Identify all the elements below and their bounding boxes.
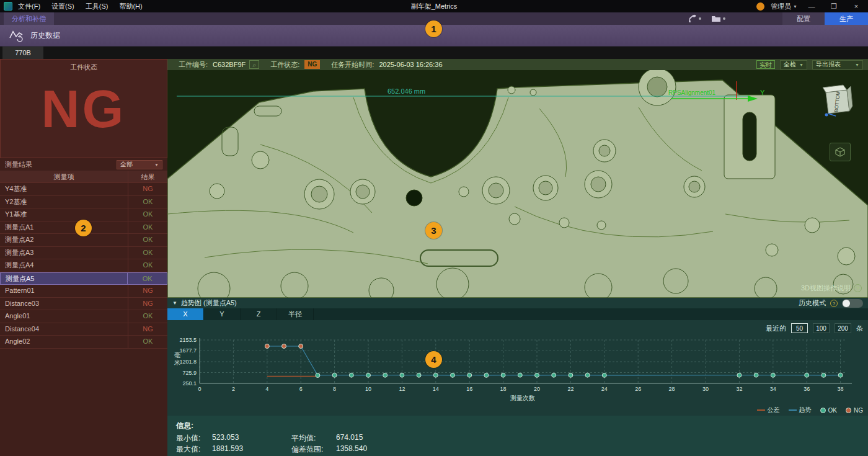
- filter-dropdown[interactable]: 全部 ▼: [117, 160, 162, 169]
- row-name: Y4基准: [0, 183, 128, 195]
- svg-text:36: 36: [804, 386, 810, 392]
- min-label: 最小值:: [176, 433, 200, 444]
- title-bar: 文件(F)设置(S)工具(S)帮助(H) 副车架_Metrics 管理员 ▼ —…: [0, 0, 868, 12]
- section-view-button[interactable]: [830, 143, 851, 161]
- svg-text:2153.5: 2153.5: [179, 337, 197, 343]
- table-row[interactable]: Angle01OK: [0, 310, 167, 323]
- inspect-mode-dropdown[interactable]: 全检 ▼: [780, 60, 807, 69]
- row-result: NG: [128, 183, 167, 195]
- trend-tab-半径[interactable]: 半径: [277, 308, 314, 320]
- status-badge: NG: [304, 60, 320, 69]
- svg-text:14: 14: [433, 386, 439, 392]
- viewport-help[interactable]: 3D视图操作说明 ?: [801, 284, 862, 293]
- trend-tab-Z[interactable]: Z: [241, 308, 277, 320]
- svg-text:米: 米: [174, 359, 180, 366]
- cad-viewport[interactable]: 652.046 mm RPSAlignment01 Y BOTTOM: [167, 70, 868, 298]
- user-avatar[interactable]: [756, 2, 764, 11]
- row-result: OK: [128, 221, 167, 234]
- mean-label: 平均值:: [291, 433, 316, 444]
- maximize-button[interactable]: ❒: [826, 2, 842, 11]
- annotation-badge-4: 4: [425, 351, 442, 368]
- trend-tab-Y[interactable]: Y: [204, 308, 241, 320]
- table-row[interactable]: 测量点A5OK: [0, 272, 167, 285]
- svg-text:测量次数: 测量次数: [510, 395, 535, 401]
- table-row[interactable]: Angle02OK: [0, 336, 167, 349]
- svg-text:28: 28: [669, 386, 675, 392]
- row-name: 测量点A3: [0, 247, 128, 259]
- svg-text:0: 0: [198, 386, 201, 392]
- export-report-dropdown[interactable]: 导出报表 ▼: [812, 60, 863, 69]
- max-label: 最大值:: [176, 444, 200, 455]
- recent-label: 最近的: [766, 324, 786, 333]
- legend-item-NG: NG: [846, 407, 863, 414]
- measurement-rows: Y4基准NGY2基准OKY1基准OK测量点A1OK测量点A2OK测量点A3OK测…: [0, 183, 167, 349]
- table-row[interactable]: Y4基准NG: [0, 183, 167, 196]
- table-header: 测量项 结果: [0, 171, 167, 183]
- production-button[interactable]: 生产: [825, 12, 868, 25]
- collapse-icon[interactable]: ▼: [172, 300, 177, 306]
- robot-arm-icon[interactable]: [687, 14, 701, 23]
- table-row[interactable]: Y2基准OK: [0, 196, 167, 209]
- svg-text:24: 24: [601, 386, 608, 392]
- recent-unit: 条: [856, 324, 863, 333]
- tab-770B[interactable]: 770B: [2, 47, 43, 59]
- info-title: 信息:: [176, 421, 193, 431]
- history-mode-label: 历史模式: [799, 298, 826, 308]
- tab-analysis-compensation[interactable]: 分析和补偿: [4, 12, 54, 25]
- status-dot: [723, 17, 725, 20]
- row-result: NG: [128, 323, 167, 336]
- view-cube[interactable]: BOTTOM: [818, 83, 854, 117]
- svg-text:2: 2: [232, 386, 235, 392]
- trend-chart[interactable]: 02468101214161820222426283032343638250.1…: [167, 336, 868, 405]
- row-name: Distance03: [0, 298, 128, 310]
- recent-option-50[interactable]: 50: [791, 323, 808, 333]
- minimize-button[interactable]: —: [804, 2, 820, 10]
- svg-text:22: 22: [567, 386, 574, 392]
- range-label: 偏差范围:: [291, 444, 323, 455]
- row-name: 测量点A4: [0, 259, 128, 272]
- measurement-filter-row: 测量结果 全部 ▼: [0, 158, 167, 171]
- folder-icon[interactable]: [711, 15, 725, 22]
- cad-model: 652.046 mm RPSAlignment01 Y: [167, 70, 868, 298]
- annotation-badge-3: 3: [425, 222, 442, 239]
- legend-item-公差: 公差: [757, 406, 780, 414]
- banner-label: 历史数据: [30, 30, 60, 41]
- row-result: OK: [128, 247, 167, 259]
- chart-legend: 公差趋势OKNG: [757, 406, 863, 414]
- legend-line-swatch: [789, 409, 797, 411]
- trend-tab-X[interactable]: X: [167, 308, 204, 320]
- row-name: Angle02: [0, 336, 128, 348]
- svg-text:16: 16: [466, 386, 472, 392]
- range-value: 1358.540: [336, 444, 367, 453]
- table-row[interactable]: 测量点A4OK: [0, 259, 167, 272]
- max-value: 1881.593: [212, 444, 243, 453]
- table-row[interactable]: Distance04NG: [0, 323, 167, 336]
- search-icon[interactable]: ⌕: [249, 60, 259, 69]
- part-no-label: 工件编号:: [179, 60, 208, 69]
- app-window: 文件(F)设置(S)工具(S)帮助(H) 副车架_Metrics 管理员 ▼ —…: [0, 0, 868, 456]
- chevron-down-icon: ▼: [154, 163, 159, 167]
- legend-item-趋势: 趋势: [789, 406, 812, 414]
- svg-text:毫: 毫: [174, 352, 180, 359]
- history-mode-toggle[interactable]: [842, 299, 863, 308]
- start-time-label: 任务开始时间:: [331, 60, 374, 69]
- table-row[interactable]: Pattern01NG: [0, 285, 167, 298]
- recent-options: 50100200: [791, 323, 851, 333]
- recent-option-200[interactable]: 200: [835, 323, 851, 333]
- legend-dot-swatch: [820, 408, 826, 413]
- config-button[interactable]: 配置: [782, 12, 825, 25]
- table-row[interactable]: 测量点A3OK: [0, 247, 167, 260]
- recent-option-100[interactable]: 100: [813, 323, 830, 333]
- close-button[interactable]: ×: [848, 2, 864, 10]
- status-dot: [699, 17, 701, 20]
- part-tab-strip: 770B: [0, 47, 868, 59]
- table-row[interactable]: Distance03NG: [0, 298, 167, 311]
- svg-text:30: 30: [702, 386, 709, 392]
- legend-item-OK: OK: [820, 407, 837, 414]
- row-result: OK: [128, 310, 167, 323]
- realtime-button[interactable]: 实时: [756, 60, 775, 69]
- row-result: OK: [128, 336, 167, 348]
- history-help-icon[interactable]: ?: [830, 300, 838, 307]
- user-menu[interactable]: 管理员 ▼: [771, 2, 797, 11]
- row-name: 测量点A5: [1, 273, 128, 285]
